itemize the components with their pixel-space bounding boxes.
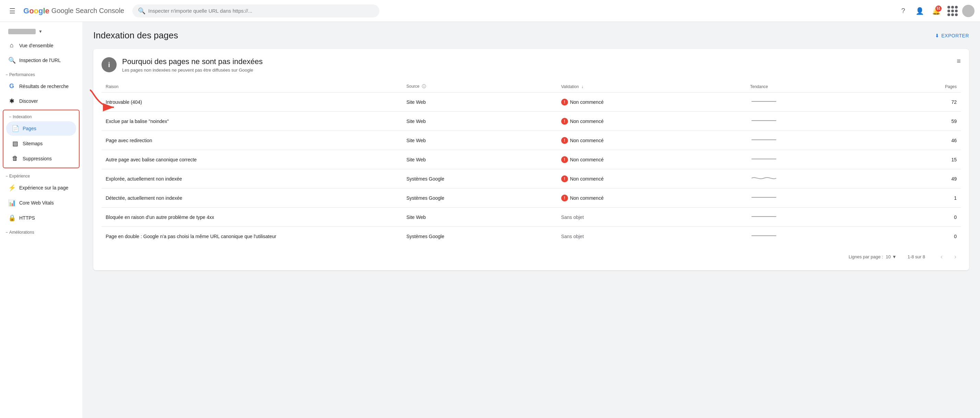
arrow-annotation: [86, 87, 121, 115]
performances-label[interactable]: − Performances: [5, 72, 77, 77]
google-logo: Google Google Search Console: [23, 6, 124, 16]
property-selector[interactable]: ▼: [3, 26, 80, 37]
cell-pages: 46: [875, 131, 961, 150]
col-header-validation: Validation ↓: [557, 81, 746, 92]
rows-per-page-select[interactable]: 10 ▼: [886, 254, 896, 260]
sidebar-item-resultats-recherche[interactable]: G Résultats de recherche: [3, 79, 80, 93]
cell-source: Site Web: [402, 131, 557, 150]
table-row[interactable]: Page en double : Google n'a pas choisi l…: [102, 227, 961, 246]
prev-page-button[interactable]: ‹: [936, 251, 947, 262]
cell-source: Site Web: [402, 207, 557, 227]
collapse-icon: −: [9, 114, 11, 119]
table-row[interactable]: Exclue par la balise "noindex"Site Web!N…: [102, 112, 961, 131]
table-row[interactable]: Détectée, actuellement non indexéeSystèm…: [102, 188, 961, 207]
google-g-icon: G: [8, 82, 15, 90]
table-row[interactable]: Bloquée en raison d'un autre problème de…: [102, 207, 961, 227]
validation-text: Non commencé: [570, 157, 604, 162]
cell-tendance: [746, 188, 875, 207]
cell-raison: Page en double : Google n'a pas choisi l…: [102, 227, 402, 246]
topbar-left: ☰ Google Google Search Console: [5, 4, 124, 18]
notification-count: 51: [935, 5, 942, 12]
sidebar-item-discover[interactable]: ✱ Discover: [3, 94, 80, 108]
cell-pages: 49: [875, 169, 961, 188]
table-row[interactable]: Explorée, actuellement non indexéeSystèm…: [102, 169, 961, 188]
sidebar-item-suppressions[interactable]: 🗑 Suppressions: [6, 152, 76, 165]
col-header-raison: Raison: [102, 81, 402, 92]
page-title: Indexation des pages: [93, 30, 178, 41]
cell-raison: Détectée, actuellement non indexée: [102, 188, 402, 207]
collapse-icon: −: [5, 72, 8, 77]
sparkline-chart: [750, 155, 778, 163]
cell-source: Systèmes Google: [402, 169, 557, 188]
hamburger-menu[interactable]: ☰: [5, 4, 19, 18]
next-page-button[interactable]: ›: [950, 251, 961, 262]
sparkline-chart: [750, 212, 778, 221]
search-bar[interactable]: 🔍: [132, 5, 379, 17]
sidebar-item-vue-ensemble[interactable]: ⌂ Vue d'ensemble: [3, 38, 80, 52]
apps-button[interactable]: [946, 4, 959, 18]
validation-sort-icon[interactable]: ↓: [581, 84, 584, 89]
search-input[interactable]: [148, 8, 374, 14]
main-card: i Pourquoi des pages ne sont pas indexée…: [93, 49, 969, 270]
account-button[interactable]: 👤: [913, 4, 926, 18]
sidebar-item-sitemaps[interactable]: ▧ Sitemaps: [6, 136, 76, 151]
sidebar-item-label: HTTPS: [19, 215, 35, 221]
warning-icon: !: [561, 176, 568, 182]
sparkline-chart: [750, 97, 778, 106]
search-icon: 🔍: [138, 7, 145, 15]
sidebar-item-experience-page[interactable]: ⚡ Expérience sur la page: [3, 180, 80, 195]
cell-validation: !Non commencé: [557, 150, 746, 169]
sidebar-item-https[interactable]: 🔒 HTTPS: [3, 211, 80, 225]
inspection-icon: 🔍: [8, 57, 15, 64]
cell-tendance: [746, 207, 875, 227]
col-header-tendance: Tendance: [746, 81, 875, 92]
indexation-section-highlight: − Indexation 📄 Pages ▧ Sitemaps 🗑 Suppre…: [3, 110, 80, 168]
page-header: Indexation des pages ⬇ EXPORTER: [93, 30, 969, 41]
warning-icon: !: [561, 156, 568, 163]
sitemaps-icon: ▧: [12, 140, 19, 147]
table-row[interactable]: Autre page avec balise canonique correct…: [102, 150, 961, 169]
chevron-down-icon: ▼: [892, 254, 897, 260]
source-help-icon[interactable]: ⓘ: [422, 84, 426, 89]
main-content: Indexation des pages ⬇ EXPORTER: [82, 22, 980, 418]
experience-label[interactable]: − Expérience: [5, 174, 77, 179]
cell-tendance: [746, 150, 875, 169]
cell-tendance: [746, 92, 875, 112]
export-button[interactable]: ⬇ EXPORTER: [935, 33, 969, 38]
sidebar-item-core-web-vitals[interactable]: 📊 Core Web Vitals: [3, 196, 80, 210]
sidebar: ▼ ⌂ Vue d'ensemble 🔍 Inspection de l'URL…: [0, 22, 82, 418]
layout: ▼ ⌂ Vue d'ensemble 🔍 Inspection de l'URL…: [0, 22, 980, 418]
cell-raison: Introuvable (404): [102, 92, 402, 112]
experience-icon: ⚡: [8, 184, 15, 192]
ameliorations-section-header: − Améliorations: [0, 226, 82, 236]
lock-icon: 🔒: [8, 214, 15, 222]
property-name: [8, 29, 36, 34]
table-row[interactable]: Page avec redirectionSite Web!Non commen…: [102, 131, 961, 150]
cell-pages: 72: [875, 92, 961, 112]
export-icon: ⬇: [935, 33, 940, 38]
card-title-block: Pourquoi des pages ne sont pas indexées …: [122, 57, 957, 73]
pagination-nav: ‹ ›: [936, 251, 961, 262]
sidebar-item-pages[interactable]: 📄 Pages: [6, 121, 76, 136]
app-title: Google Search Console: [51, 7, 124, 15]
help-button[interactable]: ?: [896, 4, 910, 18]
filter-icon[interactable]: ≡: [957, 57, 961, 65]
warning-icon: !: [561, 195, 568, 201]
cell-pages: 15: [875, 150, 961, 169]
sidebar-item-inspection-url[interactable]: 🔍 Inspection de l'URL: [3, 53, 80, 68]
avatar[interactable]: [962, 5, 975, 17]
export-label: EXPORTER: [941, 33, 969, 38]
indexation-section-header[interactable]: − Indexation: [3, 112, 79, 120]
sidebar-item-label: Vue d'ensemble: [19, 43, 53, 48]
cell-raison: Page avec redirection: [102, 131, 402, 150]
sidebar-item-label: Discover: [19, 98, 38, 104]
sidebar-item-label: Suppressions: [23, 156, 52, 162]
info-icon: i: [102, 57, 117, 72]
card-title: Pourquoi des pages ne sont pas indexées: [122, 57, 957, 66]
cell-raison: Explorée, actuellement non indexée: [102, 169, 402, 188]
notifications-button[interactable]: 🔔 51: [929, 4, 943, 18]
ameliorations-label[interactable]: − Améliorations: [5, 230, 77, 235]
table-row[interactable]: Introuvable (404)Site Web!Non commencé72: [102, 92, 961, 112]
cell-tendance: [746, 112, 875, 131]
cell-source: Site Web: [402, 92, 557, 112]
